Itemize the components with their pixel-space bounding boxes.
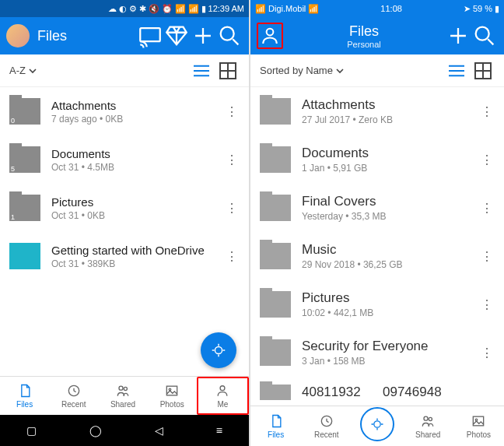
nav-recents[interactable]: ▢	[26, 424, 37, 437]
tab-files[interactable]: Files	[250, 406, 301, 446]
more-icon[interactable]: ⋮	[224, 249, 240, 264]
tab-shared[interactable]: Shared	[98, 377, 147, 415]
svg-point-14	[374, 420, 380, 427]
svg-point-16	[429, 417, 432, 420]
svg-point-11	[476, 27, 489, 40]
file-list: Attachments27 Jul 2017 • Zero KB⋮ Docume…	[250, 87, 504, 406]
diamond-icon[interactable]	[163, 23, 190, 49]
tab-photos[interactable]: Photos	[148, 377, 197, 415]
list-item[interactable]: Security for Everyone3 Jan • 158 MB⋮	[250, 328, 504, 377]
file-thumb	[9, 243, 40, 269]
status-bar: 📶Digi.Mobil📶 11:08 ➤59 %▮	[250, 0, 504, 17]
tab-recent[interactable]: Recent	[49, 377, 98, 415]
list-item[interactable]: Documents1 Jan • 5,91 GB⋮	[250, 135, 504, 184]
list-item[interactable]: 1PicturesOct 31 • 0KB⋮	[0, 184, 249, 232]
list-item[interactable]: Final CoversYesterday • 35,3 MB⋮	[250, 184, 504, 232]
svg-rect-7	[167, 386, 177, 395]
list-item[interactable]: Attachments27 Jul 2017 • Zero KB⋮	[250, 87, 504, 135]
status-bar: ☁◐⚙✱🔇⏰📶📶▮ 12:39 AM	[0, 0, 249, 17]
more-icon[interactable]: ⋮	[224, 104, 240, 119]
status-time: 12:39 AM	[208, 4, 244, 13]
list-item[interactable]: 5DocumentsOct 31 • 4.5MB⋮	[0, 135, 249, 184]
file-list: 0Attachments7 days ago • 0KB⋮ 5Documents…	[0, 87, 249, 376]
search-icon[interactable]	[216, 23, 243, 49]
folder-icon: 1	[9, 195, 40, 221]
svg-point-6	[124, 387, 127, 390]
tab-bar: Files Recent Shared Photos Me	[0, 376, 249, 415]
search-icon[interactable]	[471, 23, 498, 49]
sort-button[interactable]: A-Z	[9, 65, 37, 76]
svg-rect-0	[140, 28, 160, 41]
more-icon[interactable]: ⋮	[479, 346, 495, 360]
more-icon[interactable]: ⋮	[479, 249, 495, 264]
sort-bar: Sorted by Name	[250, 54, 504, 87]
nav-menu[interactable]: ≡	[216, 424, 222, 437]
tab-shared[interactable]: Shared	[403, 406, 453, 446]
svg-rect-17	[474, 416, 484, 426]
tab-me[interactable]: Me	[197, 377, 249, 415]
folder-icon	[260, 339, 291, 366]
svg-point-10	[267, 29, 274, 36]
svg-point-5	[119, 386, 123, 390]
folder-icon	[260, 385, 291, 400]
list-item[interactable]: Getting started with OneDriveOct 31 • 38…	[0, 232, 249, 280]
android-nav-bar: ▢ ◯ ◁ ≡	[0, 415, 249, 446]
app-header: FilesPersonal	[250, 17, 504, 54]
folder-icon	[260, 146, 291, 173]
tab-recent[interactable]: Recent	[301, 406, 352, 446]
tab-bar: Files Recent Shared Photos	[250, 406, 504, 446]
list-item[interactable]: 0Attachments7 days ago • 0KB⋮	[0, 87, 249, 135]
more-icon[interactable]: ⋮	[224, 201, 240, 216]
sort-bar: A-Z	[0, 54, 249, 87]
carrier: Digi.Mobil	[268, 4, 306, 13]
more-icon[interactable]: ⋮	[479, 201, 495, 216]
scan-fab[interactable]	[201, 332, 236, 368]
tab-files[interactable]: Files	[0, 377, 49, 415]
view-grid-icon[interactable]	[216, 59, 240, 83]
folder-icon	[260, 98, 291, 125]
list-item[interactable]: Music29 Nov 2018 • 36,25 GB⋮	[250, 232, 504, 280]
cast-icon[interactable]	[137, 23, 163, 49]
page-title: Files	[37, 28, 137, 44]
more-icon[interactable]: ⋮	[224, 153, 240, 167]
list-item[interactable]: Pictures10:02 • 442,1 MB⋮	[250, 280, 504, 328]
folder-icon	[260, 291, 291, 318]
view-list-icon[interactable]	[190, 59, 213, 83]
more-icon[interactable]: ⋮	[479, 104, 495, 119]
svg-point-9	[220, 386, 225, 391]
folder-icon: 0	[9, 98, 40, 125]
more-icon[interactable]: ⋮	[479, 297, 495, 312]
folder-icon	[260, 195, 291, 221]
status-time: 11:08	[380, 4, 402, 13]
folder-icon: 5	[9, 146, 40, 173]
nav-home[interactable]: ◯	[89, 424, 102, 437]
battery: 59 %	[473, 4, 492, 13]
view-grid-icon[interactable]	[471, 59, 495, 83]
folder-icon	[260, 243, 291, 269]
page-title: FilesPersonal	[283, 23, 445, 49]
list-item[interactable]: 40811932 09746948	[250, 377, 504, 406]
account-icon[interactable]	[257, 23, 283, 49]
app-header: Files	[0, 17, 249, 54]
more-icon[interactable]: ⋮	[479, 153, 495, 167]
add-icon[interactable]	[445, 23, 471, 49]
avatar[interactable]	[6, 24, 30, 47]
svg-point-1	[221, 27, 234, 40]
sort-button[interactable]: Sorted by Name	[260, 65, 344, 76]
svg-point-15	[424, 416, 428, 420]
tab-photos[interactable]: Photos	[453, 406, 504, 446]
view-list-icon[interactable]	[445, 59, 468, 83]
tab-scan[interactable]	[352, 406, 402, 446]
add-icon[interactable]	[190, 23, 216, 49]
nav-back[interactable]: ◁	[155, 424, 163, 437]
svg-point-3	[215, 346, 222, 353]
